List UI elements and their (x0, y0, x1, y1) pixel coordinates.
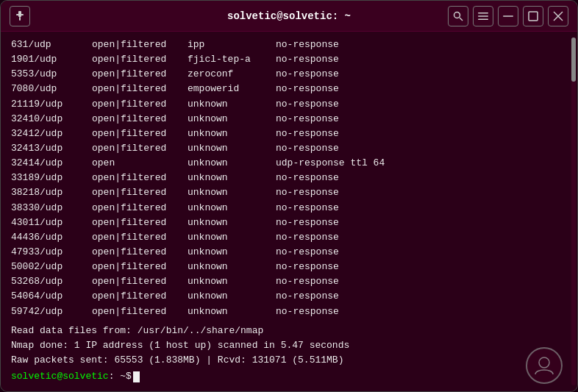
table-row: 33189/udpopen|filteredunknownno-response (11, 171, 567, 185)
search-button[interactable] (448, 6, 468, 26)
svg-rect-9 (529, 12, 538, 21)
pin-button[interactable] (10, 6, 30, 26)
avatar (526, 347, 563, 384)
svg-line-4 (460, 18, 463, 21)
table-row: 54064/udpopen|filteredunknownno-response (11, 289, 567, 304)
svg-rect-2 (19, 17, 21, 21)
table-row: 44436/udpopen|filteredunknownno-response (11, 230, 567, 245)
table-row: 59742/udpopen|filteredunknownno-response (11, 304, 567, 319)
prompt-user: solvetic@solvetic (11, 369, 109, 384)
svg-rect-1 (16, 14, 24, 15)
cursor (133, 371, 140, 382)
maximize-button[interactable] (523, 6, 543, 26)
table-row: 47933/udpopen|filteredunknownno-response (11, 245, 567, 260)
svg-rect-8 (503, 15, 513, 17)
footer-line2: Nmap done: 1 IP address (1 host up) scan… (11, 338, 567, 353)
table-row: 7080/udpopen|filteredempoweridno-respons… (11, 82, 567, 96)
window-controls (448, 6, 568, 26)
terminal-body[interactable]: 631/udpopen|filteredippno-response1901/u… (1, 32, 577, 391)
minimize-button[interactable] (498, 6, 518, 26)
table-row: 38218/udpopen|filteredunknownno-response (11, 185, 567, 200)
titlebar-left (10, 6, 30, 26)
scrollbar-thumb[interactable] (571, 38, 576, 82)
close-button[interactable] (548, 6, 568, 26)
titlebar: solvetic@solvetic: ~ (1, 1, 577, 32)
prompt-dollar: $ (126, 369, 132, 384)
table-row: 32412/udpopen|filteredunknownno-response (11, 126, 567, 141)
table-row: 53268/udpopen|filteredunknownno-response (11, 274, 567, 289)
menu-button[interactable] (473, 6, 493, 26)
svg-rect-6 (478, 15, 488, 17)
terminal-window: solvetic@solvetic: ~ (0, 0, 578, 392)
table-row: 32410/udpopen|filteredunknownno-response (11, 112, 567, 126)
scrollbar[interactable] (571, 38, 576, 385)
prompt-path: : ~ (109, 369, 126, 384)
footer-line3: Raw packets sent: 65553 (1.838MB) | Rcvd… (11, 353, 567, 368)
table-row: 32414/udpopenunknownudp-response ttl 64 (11, 156, 567, 171)
terminal-output: 631/udpopen|filteredippno-response1901/u… (11, 38, 567, 385)
window-title: solvetic@solvetic: ~ (227, 10, 351, 22)
table-row: 1901/udpopen|filteredfjicl-tep-ano-respo… (11, 52, 567, 67)
table-row: 631/udpopen|filteredippno-response (11, 38, 567, 52)
table-row: 50002/udpopen|filteredunknownno-response (11, 260, 567, 274)
table-row: 43011/udpopen|filteredunknownno-response (11, 215, 567, 230)
table-row: 21119/udpopen|filteredunknownno-response (11, 97, 567, 112)
table-row: 32413/udpopen|filteredunknownno-response (11, 141, 567, 156)
footer-line1: Read data files from: /usr/bin/../share/… (11, 324, 567, 338)
svg-rect-5 (478, 13, 488, 14)
table-row: 5353/udpopen|filteredzeroconfno-response (11, 67, 567, 82)
table-row: 38330/udpopen|filteredunknownno-response (11, 201, 567, 215)
svg-rect-7 (478, 18, 488, 20)
prompt-line[interactable]: solvetic@solvetic : ~ $ (11, 369, 567, 384)
svg-point-12 (539, 357, 549, 368)
svg-point-3 (454, 12, 460, 18)
